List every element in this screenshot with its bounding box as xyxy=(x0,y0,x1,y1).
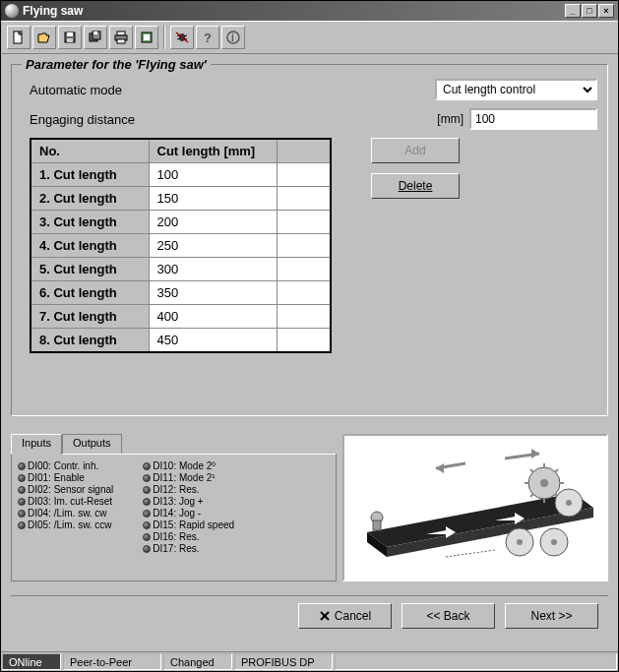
led-icon xyxy=(143,545,151,553)
io-tabs: Inputs Outputs xyxy=(11,434,337,454)
io-item: DI15: Rapid speed xyxy=(143,519,234,530)
svg-marker-44 xyxy=(436,463,444,473)
led-icon xyxy=(143,486,151,494)
io-item: DI16: Res. xyxy=(143,531,234,542)
print-icon[interactable] xyxy=(109,26,133,49)
svg-point-37 xyxy=(566,500,572,506)
svg-line-32 xyxy=(530,469,533,472)
table-header-cutlen: Cut length [mm] xyxy=(149,139,277,163)
table-row[interactable]: 1. Cut length100 xyxy=(31,163,331,187)
io-item: DI05: /Lim. sw. ccw xyxy=(18,519,113,530)
io-item: DI12: Res. xyxy=(143,484,234,495)
app-window: Flying saw _ □ × ? i Parameter for the '… xyxy=(0,0,619,672)
led-icon xyxy=(143,498,151,506)
mode-label: Automatic mode xyxy=(30,83,226,97)
info-icon[interactable]: i xyxy=(221,26,245,49)
svg-point-41 xyxy=(551,539,557,545)
io-panel: DI00: Contr. inh. DI01: Enable DI02: Sen… xyxy=(11,454,337,581)
titlebar: Flying saw _ □ × xyxy=(1,1,618,21)
delete-button[interactable]: Delete xyxy=(371,173,460,199)
svg-point-39 xyxy=(517,539,523,545)
table-row[interactable]: 3. Cut length200 xyxy=(31,211,331,234)
distance-unit: [mm] xyxy=(437,112,464,126)
cancel-button[interactable]: Cancel xyxy=(298,603,392,629)
status-online: ONline xyxy=(2,653,61,670)
svg-rect-11 xyxy=(144,34,150,40)
parameter-groupbox: Parameter for the 'Flying saw' Automatic… xyxy=(11,64,608,416)
svg-text:?: ? xyxy=(204,31,212,44)
maximize-button[interactable]: □ xyxy=(582,4,597,18)
table-row[interactable]: 6. Cut length350 xyxy=(31,281,331,305)
groupbox-title: Parameter for the 'Flying saw' xyxy=(22,57,211,72)
toolbar: ? i xyxy=(1,21,618,54)
svg-rect-3 xyxy=(67,38,73,42)
save-icon[interactable] xyxy=(58,26,82,49)
minimize-button[interactable]: _ xyxy=(565,4,581,18)
led-icon xyxy=(18,510,26,518)
io-item: DI10: Mode 2⁰ xyxy=(143,460,234,471)
bottom-panel: Inputs Outputs DI00: Contr. inh. DI01: E… xyxy=(11,434,608,581)
led-icon xyxy=(18,474,26,482)
distance-input[interactable] xyxy=(469,108,597,130)
io-item: DI04: /Lim. sw. cw xyxy=(18,508,113,519)
svg-text:i: i xyxy=(231,32,234,43)
tab-outputs[interactable]: Outputs xyxy=(62,434,122,454)
open-icon[interactable] xyxy=(32,26,56,49)
led-icon xyxy=(18,521,26,529)
io-item: DI01: Enable xyxy=(18,472,113,483)
back-button[interactable]: << Back xyxy=(402,603,495,629)
toolbar-separator xyxy=(163,26,165,49)
tab-inputs[interactable]: Inputs xyxy=(11,434,62,455)
table-row[interactable]: 2. Cut length150 xyxy=(31,187,331,211)
io-column-2: DI10: Mode 2⁰ DI11: Mode 2¹ DI12: Res. D… xyxy=(143,460,234,555)
distance-label: Engaging distance xyxy=(30,112,226,127)
module-icon[interactable] xyxy=(135,26,158,49)
svg-point-27 xyxy=(540,479,548,487)
led-icon xyxy=(143,533,151,541)
window-title: Flying saw xyxy=(23,4,565,18)
status-bus: PROFIBUS DP xyxy=(234,653,333,670)
new-file-icon[interactable] xyxy=(7,26,31,49)
close-button[interactable]: × xyxy=(598,4,614,18)
next-button[interactable]: Next >> xyxy=(505,603,598,629)
io-item: DI03: Im. cut-Reset xyxy=(18,496,113,507)
svg-line-34 xyxy=(530,494,533,497)
led-icon xyxy=(18,498,26,506)
led-icon xyxy=(18,486,26,494)
io-item: DI02: Sensor signal xyxy=(18,484,113,495)
io-item: DI17: Res. xyxy=(143,543,234,554)
io-column-1: DI00: Contr. inh. DI01: Enable DI02: Sen… xyxy=(18,460,113,555)
statusbar: ONline Peer-to-Peer Changed PROFIBUS DP xyxy=(1,651,618,671)
help-icon[interactable]: ? xyxy=(196,26,219,49)
svg-line-46 xyxy=(446,550,495,557)
svg-marker-45 xyxy=(531,449,539,458)
status-empty xyxy=(335,653,617,670)
io-item: DI00: Contr. inh. xyxy=(18,460,113,471)
bug-icon[interactable] xyxy=(170,26,194,49)
led-icon xyxy=(143,510,151,518)
led-icon xyxy=(143,462,151,470)
led-icon xyxy=(143,474,151,482)
table-row[interactable]: 7. Cut length400 xyxy=(31,305,331,329)
io-item: DI14: Jog - xyxy=(143,508,234,519)
io-item: DI11: Mode 2¹ xyxy=(143,472,234,483)
table-row[interactable]: 5. Cut length300 xyxy=(31,258,331,281)
table-header-no: No. xyxy=(31,139,149,163)
illustration-panel xyxy=(342,434,608,581)
svg-rect-2 xyxy=(67,32,73,36)
app-icon xyxy=(5,4,19,18)
table-header-empty xyxy=(277,139,331,163)
table-row[interactable]: 8. Cut length450 xyxy=(31,329,331,353)
mode-select[interactable]: Cut length control xyxy=(435,79,597,100)
add-button[interactable]: Add xyxy=(371,138,460,163)
led-icon xyxy=(143,521,151,529)
svg-line-35 xyxy=(555,469,558,472)
status-changed: Changed xyxy=(163,653,232,670)
svg-rect-9 xyxy=(117,39,125,43)
cut-length-table: No. Cut length [mm] 1. Cut length100 2. … xyxy=(30,138,332,353)
save-all-icon[interactable] xyxy=(84,26,107,49)
table-row[interactable]: 4. Cut length250 xyxy=(31,234,331,258)
svg-rect-43 xyxy=(373,520,381,530)
led-icon xyxy=(18,462,26,470)
content-area: Parameter for the 'Flying saw' Automatic… xyxy=(1,54,618,651)
